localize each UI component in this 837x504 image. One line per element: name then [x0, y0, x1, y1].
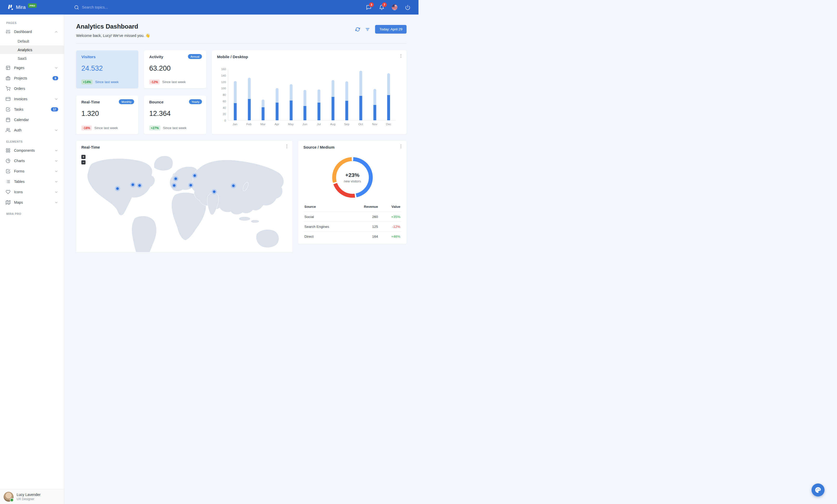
- y-tick-label: 40: [223, 106, 226, 109]
- chevron-down-icon: [54, 169, 58, 173]
- sidebar-item-projects[interactable]: Projects 8: [0, 73, 64, 83]
- sidebar-item-label: Forms: [14, 169, 51, 173]
- stat-period-badge[interactable]: Annual: [188, 54, 202, 59]
- sidebar-item-label: Auth: [14, 128, 51, 132]
- language-button[interactable]: [389, 2, 400, 13]
- sidebar-item-forms[interactable]: Forms: [0, 166, 64, 176]
- zoom-out-button[interactable]: −: [82, 160, 86, 165]
- sidebar-item-auth[interactable]: Auth: [0, 125, 64, 135]
- sidebar-item-icons[interactable]: Icons: [0, 187, 64, 197]
- refresh-button[interactable]: [355, 27, 360, 32]
- chart-title: Mobile / Desktop: [217, 55, 401, 59]
- grid-icon: [6, 148, 11, 153]
- stat-value: 24.532: [82, 64, 133, 73]
- chevron-down-icon: [54, 190, 58, 194]
- users-icon: [6, 128, 11, 132]
- sidebar-item-tasks[interactable]: Tasks 17: [0, 104, 64, 115]
- sliders-icon: [6, 29, 11, 34]
- notifications-count-badge: 7: [382, 2, 387, 7]
- x-tick-label: Nov: [372, 123, 377, 126]
- navbar-actions: 3 7: [363, 2, 418, 13]
- donut-center: +23% new visitors: [336, 161, 369, 194]
- sidebar-item-label: Projects: [14, 76, 49, 80]
- map-marker: [138, 184, 141, 187]
- bar-aug: [332, 80, 334, 120]
- brand[interactable]: Mira PRO: [0, 3, 64, 12]
- top-navbar: Mira PRO 3 7: [0, 0, 418, 15]
- main-content: Analytics Dashboard Welcome back, Lucy! …: [64, 15, 418, 252]
- x-tick-label: Jul: [317, 123, 321, 126]
- table-row: Search Engines 125 -12%: [303, 222, 401, 231]
- stat-caption: Since last week: [162, 80, 185, 84]
- notifications-button[interactable]: 7: [376, 2, 387, 13]
- stat-period-badge[interactable]: Monthly: [119, 99, 134, 104]
- x-tick-label: May: [288, 123, 294, 126]
- chart-plot-area: [228, 69, 396, 120]
- bar-mar: [262, 99, 265, 120]
- messages-button[interactable]: 3: [363, 2, 374, 13]
- sidebar-item-label: Components: [14, 148, 51, 152]
- check-square-icon: [6, 107, 11, 112]
- sidebar-item-label: Calendar: [14, 118, 58, 122]
- cell-revenue: 164: [353, 235, 378, 239]
- briefcase-icon: [6, 76, 11, 80]
- sidebar-item-maps[interactable]: Maps: [0, 197, 64, 208]
- source-medium-card: Source / Medium +23% new visitors Source…: [298, 141, 407, 244]
- table-header-row: Source Revenue Value: [303, 202, 401, 212]
- stat-value: 1.320: [82, 110, 133, 118]
- search-bar: [74, 5, 155, 10]
- stat-footer: +14% Since last week: [82, 79, 119, 85]
- map-marker: [232, 184, 235, 187]
- map-menu-button[interactable]: [284, 144, 289, 149]
- more-vertical-icon: [284, 144, 289, 149]
- sidebar-item-invoices[interactable]: Invoices: [0, 94, 64, 104]
- date-range-button[interactable]: Today: April 29: [375, 25, 407, 34]
- sidebar-item-label: Orders: [14, 87, 58, 91]
- chart-menu-button[interactable]: [398, 54, 404, 58]
- x-tick-label: Jan: [233, 123, 237, 126]
- power-icon: [405, 5, 410, 10]
- bar-dec: [387, 73, 390, 120]
- stat-card-activity: ActivityAnnual63.200 -12% Since last wee…: [144, 50, 206, 88]
- stat-footer: -18% Since last week: [82, 126, 118, 130]
- sidebar-item-calendar[interactable]: Calendar: [0, 115, 64, 125]
- sidebar-item-components[interactable]: Components: [0, 145, 64, 156]
- chevron-down-icon: [54, 66, 58, 70]
- bar-may: [289, 84, 292, 120]
- sidebar-item-tables[interactable]: Tables: [0, 176, 64, 187]
- sign-out-button[interactable]: [403, 2, 413, 13]
- y-tick-label: 20: [223, 112, 226, 116]
- list-icon: [6, 179, 11, 184]
- stat-period-badge[interactable]: Yearly: [189, 99, 202, 104]
- stat-footer: -12% Since last week: [149, 79, 185, 85]
- map-marker: [131, 183, 134, 186]
- heart-icon: [6, 190, 11, 194]
- cell-source: Social: [304, 215, 353, 219]
- chart-y-axis: 020406080100120140160: [215, 69, 226, 120]
- search-input[interactable]: [82, 5, 155, 10]
- bar-sep: [345, 81, 348, 120]
- filter-icon: [365, 27, 370, 32]
- sidebar: PAGES Dashboard DefaultAnalyticsSaaS Pag…: [0, 15, 64, 252]
- sidebar-item-pages[interactable]: Pages: [0, 62, 64, 73]
- stat-delta-chip: -12%: [149, 79, 160, 85]
- sidebar-item-label: Maps: [14, 200, 51, 204]
- cell-value: +46%: [378, 235, 400, 239]
- zoom-in-button[interactable]: +: [82, 155, 86, 159]
- filter-button[interactable]: [365, 27, 370, 32]
- sidebar-item-dashboard[interactable]: Dashboard: [0, 26, 64, 37]
- sidebar-item-charts[interactable]: Charts: [0, 156, 64, 166]
- sidebar-item-label: Invoices: [14, 97, 51, 101]
- sidebar-subitem-analytics[interactable]: Analytics: [0, 45, 64, 54]
- source-menu-button[interactable]: [398, 144, 404, 149]
- sidebar-subitem-default[interactable]: Default: [0, 37, 64, 45]
- sidebar-item-orders[interactable]: Orders: [0, 83, 64, 94]
- sidebar-subitem-saas[interactable]: SaaS: [0, 54, 64, 62]
- bar-jun: [304, 90, 306, 120]
- calendar-icon: [6, 117, 11, 122]
- sidebar-badge: 8: [53, 76, 58, 80]
- sidebar-nav: PAGES Dashboard DefaultAnalyticsSaaS Pag…: [0, 15, 64, 252]
- chevron-down-icon: [54, 149, 58, 152]
- x-tick-label: Mar: [260, 123, 265, 126]
- stat-delta-chip: -18%: [82, 126, 92, 130]
